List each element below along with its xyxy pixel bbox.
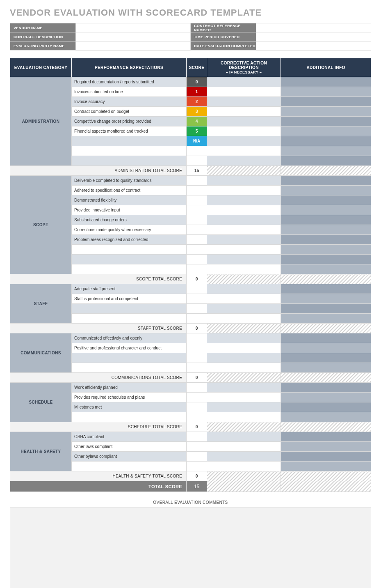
score-cell[interactable]: 0 — [187, 77, 207, 87]
expectation-cell[interactable]: Other bylaws compliant — [72, 452, 187, 462]
comments-box[interactable] — [10, 507, 371, 588]
expectation-cell[interactable]: Adequate staff present — [72, 284, 187, 294]
expectation-cell[interactable]: Deliverable completed to quality standar… — [72, 176, 187, 186]
additional-cell[interactable] — [281, 402, 371, 412]
score-cell[interactable] — [187, 284, 207, 294]
corrective-cell[interactable] — [207, 186, 281, 195]
additional-cell[interactable] — [281, 186, 371, 195]
additional-cell[interactable] — [281, 146, 371, 156]
corrective-cell[interactable] — [207, 215, 281, 225]
corrective-cell[interactable] — [207, 402, 281, 412]
expectation-cell[interactable] — [72, 245, 187, 255]
vendor-name-value[interactable] — [76, 23, 191, 32]
score-cell[interactable] — [187, 333, 207, 343]
expectation-cell[interactable] — [72, 363, 187, 373]
expectation-cell[interactable]: Work efficiently planned — [72, 383, 187, 393]
additional-cell[interactable] — [281, 383, 371, 393]
score-cell[interactable] — [187, 442, 207, 452]
expectation-cell[interactable]: Provides required schedules and plans — [72, 393, 187, 402]
score-cell[interactable] — [187, 432, 207, 442]
corrective-cell[interactable] — [207, 235, 281, 245]
corrective-cell[interactable] — [207, 353, 281, 363]
corrective-cell[interactable] — [207, 205, 281, 215]
additional-cell[interactable] — [281, 195, 371, 205]
corrective-cell[interactable] — [207, 146, 281, 156]
additional-cell[interactable] — [281, 294, 371, 304]
score-cell[interactable] — [187, 245, 207, 255]
score-cell[interactable] — [187, 176, 207, 186]
corrective-cell[interactable] — [207, 432, 281, 442]
corrective-cell[interactable] — [207, 333, 281, 343]
expectation-cell[interactable]: Demonstrated flexibility — [72, 195, 187, 205]
corrective-cell[interactable] — [207, 452, 281, 462]
expectation-cell[interactable]: Substantiated change orders — [72, 215, 187, 225]
additional-cell[interactable] — [281, 136, 371, 146]
expectation-cell[interactable] — [72, 136, 187, 146]
corrective-cell[interactable] — [207, 383, 281, 393]
expectation-cell[interactable]: Provided innovative input — [72, 205, 187, 215]
expectation-cell[interactable] — [72, 412, 187, 422]
expectation-cell[interactable]: Positive and professional character and … — [72, 343, 187, 353]
corrective-cell[interactable] — [207, 412, 281, 422]
additional-cell[interactable] — [281, 452, 371, 462]
score-cell[interactable] — [187, 294, 207, 304]
score-cell[interactable] — [187, 393, 207, 402]
expectation-cell[interactable]: Staff is professional and competent — [72, 294, 187, 304]
corrective-cell[interactable] — [207, 264, 281, 274]
score-cell[interactable] — [187, 402, 207, 412]
score-cell[interactable] — [187, 146, 207, 156]
additional-cell[interactable] — [281, 284, 371, 294]
additional-cell[interactable] — [281, 432, 371, 442]
additional-cell[interactable] — [281, 107, 371, 117]
corrective-cell[interactable] — [207, 126, 281, 136]
corrective-cell[interactable] — [207, 314, 281, 324]
expectation-cell[interactable] — [72, 264, 187, 274]
expectation-cell[interactable]: Invoice accuracy — [72, 97, 187, 107]
expectation-cell[interactable] — [72, 353, 187, 363]
corrective-cell[interactable] — [207, 156, 281, 166]
additional-cell[interactable] — [281, 255, 371, 264]
corrective-cell[interactable] — [207, 284, 281, 294]
expectation-cell[interactable] — [72, 304, 187, 314]
score-cell[interactable] — [187, 462, 207, 471]
score-cell[interactable]: 1 — [187, 87, 207, 97]
corrective-cell[interactable] — [207, 393, 281, 402]
additional-cell[interactable] — [281, 205, 371, 215]
score-cell[interactable]: 2 — [187, 97, 207, 107]
score-cell[interactable]: 3 — [187, 107, 207, 117]
expectation-cell[interactable]: Communicated effectively and openly — [72, 333, 187, 343]
corrective-cell[interactable] — [207, 77, 281, 87]
score-cell[interactable] — [187, 304, 207, 314]
additional-cell[interactable] — [281, 442, 371, 452]
additional-cell[interactable] — [281, 264, 371, 274]
corrective-cell[interactable] — [207, 225, 281, 235]
corrective-cell[interactable] — [207, 343, 281, 353]
score-cell[interactable] — [187, 264, 207, 274]
expectation-cell[interactable] — [72, 255, 187, 264]
corrective-cell[interactable] — [207, 176, 281, 186]
expectation-cell[interactable]: Corrections made quickly when necessary — [72, 225, 187, 235]
additional-cell[interactable] — [281, 117, 371, 126]
additional-cell[interactable] — [281, 462, 371, 471]
additional-cell[interactable] — [281, 304, 371, 314]
score-cell[interactable] — [187, 314, 207, 324]
eval-party-value[interactable] — [76, 41, 191, 51]
additional-cell[interactable] — [281, 353, 371, 363]
expectation-cell[interactable]: OSHA compliant — [72, 432, 187, 442]
score-cell[interactable] — [187, 235, 207, 245]
additional-cell[interactable] — [281, 225, 371, 235]
score-cell[interactable] — [187, 353, 207, 363]
corrective-cell[interactable] — [207, 117, 281, 126]
corrective-cell[interactable] — [207, 363, 281, 373]
corrective-cell[interactable] — [207, 294, 281, 304]
expectation-cell[interactable]: Other laws compliant — [72, 442, 187, 452]
corrective-cell[interactable] — [207, 107, 281, 117]
expectation-cell[interactable] — [72, 156, 187, 166]
additional-cell[interactable] — [281, 343, 371, 353]
score-cell[interactable] — [187, 255, 207, 264]
additional-cell[interactable] — [281, 97, 371, 107]
expectation-cell[interactable]: Invoices submitted on time — [72, 87, 187, 97]
expectation-cell[interactable]: Adhered to specifications of contract — [72, 186, 187, 195]
score-cell[interactable] — [187, 452, 207, 462]
additional-cell[interactable] — [281, 245, 371, 255]
